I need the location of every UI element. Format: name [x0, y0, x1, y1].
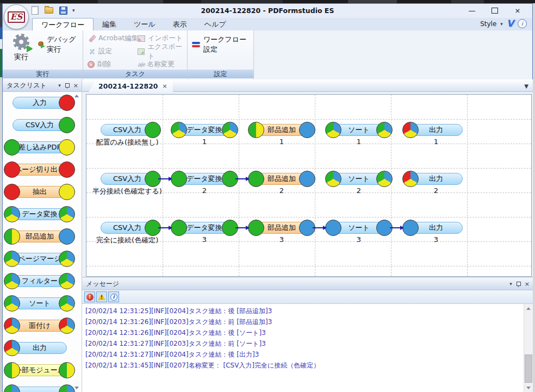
- panel-close-icon[interactable]: ×: [525, 281, 530, 287]
- output-circle-icon[interactable]: [376, 122, 393, 138]
- connector-arrow: [235, 227, 246, 228]
- grid-line: [391, 95, 391, 276]
- run-button[interactable]: 実行: [7, 34, 35, 69]
- workflow-node[interactable]: ソート2: [332, 173, 385, 185]
- input-circle-icon: [4, 273, 20, 289]
- debug-run-button[interactable]: デバッグ実行: [38, 35, 83, 54]
- input-circle-icon[interactable]: [325, 220, 341, 236]
- info-icon: i: [110, 294, 117, 301]
- filter-info-button[interactable]: i: [108, 291, 119, 302]
- task-pill-label: データ変換: [22, 209, 58, 219]
- workflow-node[interactable]: 部品追加2: [255, 173, 308, 185]
- workflow-node[interactable]: 部品追加3: [255, 222, 308, 234]
- workflow-node[interactable]: データ変換1: [178, 124, 231, 136]
- task-list-item[interactable]: CSV入力: [3, 114, 82, 136]
- task-list-item[interactable]: ページマージ: [3, 248, 82, 270]
- input-circle-icon[interactable]: [325, 122, 341, 138]
- tab-help[interactable]: ヘルプ: [196, 18, 235, 30]
- about-info-button[interactable]: i: [518, 19, 527, 28]
- style-dropdown[interactable]: Style: [480, 20, 496, 28]
- task-list-item[interactable]: 抽出: [3, 181, 82, 203]
- message-log[interactable]: [20/02/14 12:31:25][INF][0204]タスク連結：後 [部…: [82, 304, 524, 392]
- delete-task-button[interactable]: × 削除: [88, 59, 138, 70]
- pin-icon[interactable]: [516, 281, 521, 287]
- input-circle-icon[interactable]: [248, 171, 264, 187]
- input-circle-icon[interactable]: [248, 122, 264, 138]
- task-list-item[interactable]: ページ切り出し: [3, 159, 82, 181]
- panel-menu-icon[interactable]: ▾: [509, 282, 512, 287]
- workflow-node[interactable]: ソート3: [332, 222, 385, 234]
- task-list-item[interactable]: 外部モジュール: [3, 359, 82, 382]
- scroll-down-icon[interactable]: [526, 387, 531, 389]
- input-circle-icon[interactable]: [402, 122, 419, 138]
- pin-icon[interactable]: [65, 83, 70, 89]
- workflow-node[interactable]: CSV入力完全に接続(色確定): [101, 222, 154, 234]
- filter-errors-button[interactable]: !: [84, 291, 95, 302]
- output-circle-icon[interactable]: [222, 122, 238, 138]
- tab-tools[interactable]: ツール: [125, 18, 164, 30]
- panel-menu-icon[interactable]: ▾: [58, 83, 61, 88]
- input-circle-icon[interactable]: [325, 171, 341, 187]
- task-list-scroll-up[interactable]: [74, 95, 79, 97]
- workflow-node[interactable]: ソート1: [332, 124, 385, 136]
- input-circle-icon[interactable]: [171, 220, 187, 236]
- workflow-canvas[interactable]: CSV入力配置のみ(接続無し)データ変換1部品追加1ソート1出力1CSV入力半分…: [86, 94, 532, 277]
- input-circle-icon[interactable]: [171, 122, 187, 138]
- task-pill-label: フィルター: [22, 276, 58, 286]
- document-list-dropdown-icon[interactable]: ▼: [524, 83, 528, 89]
- tab-workflow[interactable]: ワークフロー: [32, 18, 94, 30]
- close-button[interactable]: ×: [506, 4, 529, 17]
- task-list-scroll-down[interactable]: [74, 387, 79, 389]
- tab-edit[interactable]: 編集: [94, 18, 125, 30]
- task-pill[interactable]: 出力: [13, 342, 67, 354]
- task-list-item[interactable]: 面付け: [3, 315, 82, 337]
- maximize-button[interactable]: [483, 4, 506, 17]
- input-circle-icon[interactable]: [402, 220, 419, 236]
- workflow-node[interactable]: CSV入力半分接続(色確定する): [101, 173, 154, 185]
- workflow-node[interactable]: 部品追加1: [255, 124, 308, 136]
- export-button[interactable]: エクスポート: [138, 46, 187, 57]
- ribbon: 実行 デバッグ実行 実行 Acrobat編集 設定: [3, 30, 532, 80]
- task-list-item[interactable]: 差し込みPDF: [3, 136, 82, 159]
- tab-view[interactable]: 表示: [164, 18, 196, 30]
- workflow-node[interactable]: 出力1: [409, 124, 463, 136]
- input-circle-icon[interactable]: [402, 171, 419, 187]
- filter-warnings-button[interactable]: [96, 291, 107, 302]
- style-caret-icon[interactable]: ▾: [500, 21, 503, 27]
- task-list-item[interactable]: フィルター: [3, 270, 82, 293]
- output-circle-icon[interactable]: [299, 122, 315, 138]
- output-circle-icon[interactable]: [145, 122, 161, 138]
- document-tab-close-icon[interactable]: ×: [163, 83, 167, 89]
- grid-line: [315, 95, 315, 276]
- task-list-item[interactable]: 出力: [3, 337, 82, 359]
- output-circle-icon[interactable]: [299, 171, 315, 187]
- task-settings-button[interactable]: 設定: [88, 46, 138, 57]
- output-circle-icon[interactable]: [376, 171, 393, 187]
- workflow-node[interactable]: CSV入力配置のみ(接続無し): [101, 124, 154, 136]
- messages-scrollbar[interactable]: [524, 304, 533, 392]
- ribbon-group-settings: ワークフロー設定 設定: [188, 30, 254, 79]
- document-tab[interactable]: 200214-122820 ×: [89, 80, 173, 92]
- app-menu-button[interactable]: ES: [4, 4, 29, 29]
- input-circle-icon[interactable]: [248, 220, 264, 236]
- task-list-item[interactable]: 入力: [3, 92, 82, 114]
- task-list-item[interactable]: データ変換: [3, 203, 82, 226]
- scroll-up-icon[interactable]: [526, 307, 531, 310]
- node-label: ソート: [348, 125, 370, 135]
- workflow-node[interactable]: 出力3: [409, 222, 463, 234]
- input-circle-icon[interactable]: [171, 171, 187, 187]
- node-label: 部品追加: [268, 223, 296, 233]
- minimize-button[interactable]: —: [461, 4, 483, 17]
- style-cluster: Style ▾ V i: [480, 19, 527, 28]
- task-list-item[interactable]: [3, 382, 82, 392]
- workflow-settings-button[interactable]: ワークフロー設定: [192, 35, 253, 54]
- task-list-item[interactable]: 部品追加: [3, 226, 82, 248]
- task-list-item[interactable]: ソート: [3, 293, 82, 315]
- panel-close-icon[interactable]: ×: [73, 83, 78, 89]
- acrobat-edit-button[interactable]: Acrobat編集: [88, 33, 138, 44]
- scrollbar-thumb[interactable]: [525, 354, 532, 383]
- rename-button[interactable]: a|e 名称変更: [138, 59, 187, 70]
- workflow-node[interactable]: データ変換3: [178, 222, 231, 234]
- workflow-node[interactable]: データ変換2: [178, 173, 231, 185]
- workflow-node[interactable]: 出力2: [409, 173, 463, 185]
